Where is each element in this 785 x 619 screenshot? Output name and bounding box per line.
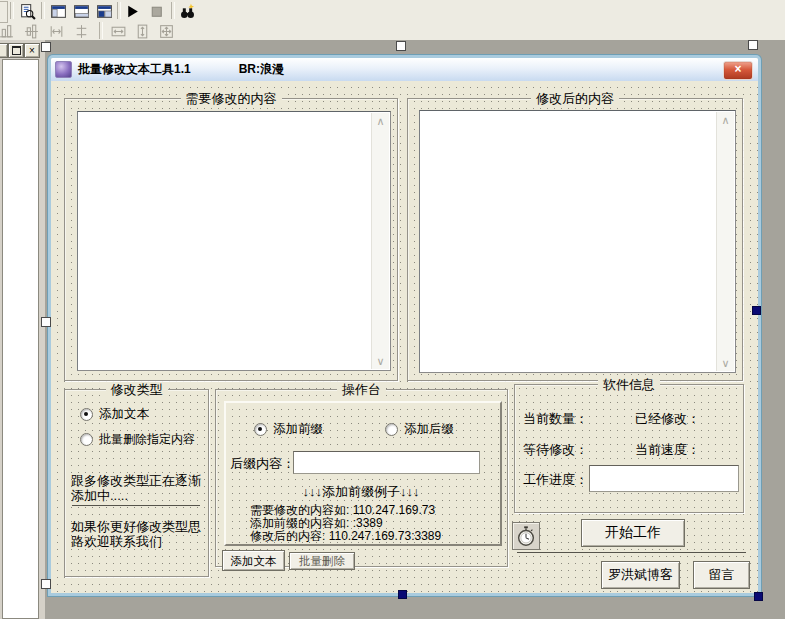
panel-minimize-button[interactable] (0, 43, 8, 58)
suffix-input-wrap (293, 451, 480, 474)
selection-handle-middle-right[interactable] (752, 306, 761, 315)
ide-left-panel: × (0, 40, 45, 619)
radio-label: 添加文本 (99, 406, 149, 423)
same-width-icon[interactable] (107, 21, 129, 41)
ide-screen: × 批量修改文本工具1.1 BR:浪漫 × 需要修改的内容 ∧ ∨ (0, 0, 785, 619)
suffix-label: 后缀内容： (230, 455, 295, 473)
radio-batch-delete[interactable]: 批量删除指定内容 (80, 432, 195, 446)
result-group-title: 修改后的内容 (531, 91, 619, 106)
selection-handle-top-right[interactable] (748, 40, 758, 50)
window-brand: BR:浪漫 (239, 61, 284, 78)
form-designer-window[interactable]: 批量修改文本工具1.1 BR:浪漫 × 需要修改的内容 ∧ ∨ 修改后的内容 (48, 55, 761, 596)
toolbar-separator (10, 2, 14, 19)
scroll-up-icon[interactable]: ∧ (372, 113, 389, 129)
preview-icon[interactable] (16, 1, 38, 21)
clipped-toolbar-button[interactable] (0, 1, 8, 23)
radio-label: 添加前缀 (273, 421, 323, 438)
timer-component[interactable] (512, 522, 540, 550)
window-grid-layout-icon[interactable] (93, 1, 115, 21)
source-scrollbar[interactable]: ∧ ∨ (371, 113, 389, 369)
modified-label: 已经修改： (635, 410, 700, 428)
window-left-layout-icon[interactable] (47, 1, 69, 21)
suffix-input[interactable] (294, 452, 479, 473)
scroll-down-icon[interactable]: ∨ (372, 353, 389, 369)
note-contact-text: 如果你更好修改类型思路欢迎联系我们 (71, 519, 207, 549)
align-bottom-icon[interactable] (0, 21, 17, 41)
window-title: 批量修改文本工具1.1 (78, 61, 191, 78)
form-client-area: 需要修改的内容 ∧ ∨ 修改后的内容 ∧ ∨ 修改类型 (51, 81, 758, 593)
center-in-window-icon[interactable] (70, 21, 92, 41)
maximize-icon (12, 46, 21, 55)
progress-bar (589, 465, 739, 492)
divider-line (72, 505, 200, 506)
radio-icon[interactable] (80, 408, 93, 421)
space-horizontal-icon[interactable] (45, 21, 67, 41)
radio-icon[interactable] (385, 423, 398, 436)
toolbar-separator (99, 22, 103, 39)
count-label: 当前数量： (523, 410, 588, 428)
form-titlebar[interactable]: 批量修改文本工具1.1 BR:浪漫 × (51, 58, 758, 81)
selection-handle-top-center[interactable] (396, 41, 406, 51)
close-button[interactable]: × (723, 61, 753, 80)
result-scrollbar[interactable]: ∧ ∨ (716, 112, 734, 371)
radio-add-suffix[interactable]: 添加后缀 (385, 422, 454, 436)
source-textarea[interactable]: ∧ ∨ (77, 111, 391, 371)
message-button[interactable]: 留言 (693, 561, 750, 589)
waiting-label: 等待修改： (523, 441, 588, 459)
same-height-icon[interactable] (131, 21, 153, 41)
example-title: ↓↓↓添加前缀例子↓↓↓ (224, 483, 498, 501)
batch-delete-button[interactable]: 批量删除 (289, 552, 355, 570)
speed-label: 当前速度： (635, 441, 700, 459)
app-icon (55, 61, 72, 78)
window-bottom-layout-icon[interactable] (70, 1, 92, 21)
example-line-3: 修改后的内容: 110.247.169.73:3389 (250, 530, 441, 543)
toolbar-separator (41, 2, 45, 19)
find-icon[interactable] (176, 1, 198, 21)
left-panel-titlebar: × (0, 42, 45, 57)
radio-add-prefix[interactable]: 添加前缀 (254, 422, 323, 436)
radio-icon[interactable] (254, 423, 267, 436)
note-adding-text: 跟多修改类型正在逐渐添加中..... (71, 473, 207, 503)
result-textarea[interactable]: ∧ ∨ (419, 110, 736, 373)
modify-type-title: 修改类型 (106, 382, 168, 397)
blog-button[interactable]: 罗洪斌博客 (601, 561, 680, 589)
stopwatch-icon (515, 525, 537, 547)
scroll-down-icon[interactable]: ∨ (717, 355, 734, 371)
divider-line (517, 552, 746, 553)
toolbar-separator (171, 2, 175, 19)
selection-handle-top-left[interactable] (41, 42, 51, 52)
add-text-button[interactable]: 添加文本 (222, 550, 285, 571)
radio-icon[interactable] (80, 433, 93, 446)
start-work-button[interactable]: 开始工作 (581, 519, 685, 547)
scroll-up-icon[interactable]: ∧ (717, 112, 734, 128)
radio-label: 添加后缀 (404, 421, 454, 438)
run-icon[interactable] (121, 1, 143, 21)
panel-close-button[interactable]: × (24, 43, 40, 58)
stop-icon[interactable] (145, 1, 167, 21)
console-title: 操作台 (337, 382, 386, 397)
ide-toolbar (0, 0, 785, 40)
panel-maximize-button[interactable] (8, 43, 24, 58)
progress-label: 工作进度： (523, 471, 588, 489)
selection-handle-middle-left[interactable] (41, 317, 51, 327)
selection-handle-bottom-left[interactable] (41, 579, 51, 589)
close-icon: × (29, 46, 35, 56)
selection-handle-bottom-right[interactable] (754, 592, 763, 601)
selection-handle-bottom-center[interactable] (398, 590, 407, 599)
radio-label: 批量删除指定内容 (99, 431, 195, 448)
source-group-title: 需要修改的内容 (181, 91, 282, 106)
left-panel-body[interactable] (2, 59, 39, 619)
radio-add-text[interactable]: 添加文本 (80, 407, 149, 421)
same-size-icon[interactable] (155, 21, 177, 41)
align-middle-icon[interactable] (20, 21, 42, 41)
